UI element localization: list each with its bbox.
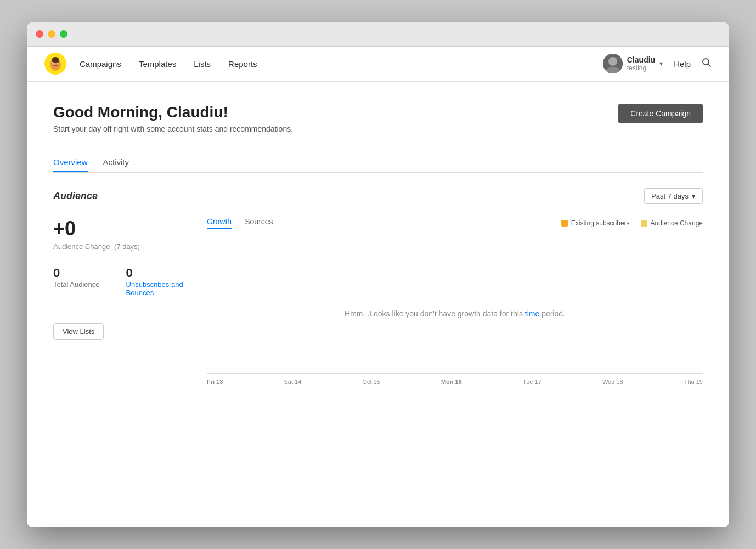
main-content: Good Morning, Claudiu! Start your day of…: [27, 82, 729, 527]
main-tabs: Overview Activity: [53, 153, 703, 173]
tab-activity[interactable]: Activity: [103, 153, 129, 172]
maximize-button[interactable]: [60, 30, 67, 38]
x-label-wed18: Wed 18: [602, 378, 623, 385]
title-bar: [27, 22, 729, 47]
user-role: testing: [627, 64, 655, 72]
app-window: Campaigns Templates Lists Reports Claudi…: [27, 22, 729, 527]
chart-tabs: Growth Sources: [207, 217, 273, 229]
chart-message-link[interactable]: time: [525, 309, 539, 318]
help-link[interactable]: Help: [674, 59, 691, 69]
stats-row: +0 Audience Change (7 days) 0 Total Audi…: [53, 217, 703, 385]
search-icon[interactable]: [702, 58, 712, 70]
page-header: Good Morning, Claudiu! Start your day of…: [53, 104, 703, 133]
x-label-mon16: Mon 16: [441, 378, 462, 385]
legend-existing-subscribers: Existing subscribers: [561, 219, 630, 227]
x-label-sat14: Sat 14: [284, 378, 301, 385]
stats-left: +0 Audience Change (7 days) 0 Total Audi…: [53, 217, 207, 385]
total-audience-number: 0: [53, 266, 100, 280]
svg-line-13: [708, 64, 711, 66]
audience-change-label: Audience Change (7 days): [53, 242, 207, 251]
close-button[interactable]: [36, 30, 43, 38]
bounces-number: 0: [126, 266, 183, 280]
svg-point-8: [52, 57, 59, 61]
total-audience-label: Total Audience: [53, 280, 100, 288]
x-label-tue17: Tue 17: [523, 378, 541, 385]
existing-subscribers-label: Existing subscribers: [571, 219, 630, 227]
user-menu[interactable]: Claudiu testing ▾: [603, 54, 663, 73]
audience-change-legend-label: Audience Change: [651, 219, 703, 227]
nav-campaigns[interactable]: Campaigns: [80, 59, 121, 69]
audience-title: Audience: [53, 190, 98, 202]
minimize-button[interactable]: [48, 30, 55, 38]
x-label-oct15: Oct 15: [362, 378, 380, 385]
nav-lists[interactable]: Lists: [194, 59, 211, 69]
audience-change-days: (7 days): [114, 242, 140, 251]
chart-area: Growth Sources Existing subscribers Audi…: [207, 217, 703, 385]
avatar: [603, 54, 623, 73]
bounces-stat: 0 Unsubscribes and Bounces: [126, 266, 183, 297]
view-lists-button[interactable]: View Lists: [53, 323, 104, 340]
chart-x-axis: Fri 13 Sat 14 Oct 15 Mon 16 Tue 17 Wed 1…: [207, 373, 703, 385]
existing-subscribers-dot: [561, 220, 568, 227]
chevron-down-icon: ▾: [659, 60, 663, 67]
audience-section-header: Audience Past 7 days ▾: [53, 188, 703, 204]
chart-legend: Existing subscribers Audience Change: [561, 219, 703, 227]
chart-message: Hmm...Looks like you don't have growth d…: [345, 309, 565, 318]
navbar: Campaigns Templates Lists Reports Claudi…: [27, 47, 729, 82]
page-subtitle: Start your day off right with some accou…: [53, 124, 293, 133]
page-title: Good Morning, Claudiu!: [53, 104, 293, 121]
tab-sources[interactable]: Sources: [245, 217, 273, 229]
username: Claudiu: [627, 55, 655, 64]
audience-change-number: +0: [53, 217, 207, 240]
total-audience-stat: 0 Total Audience: [53, 266, 100, 297]
period-dropdown[interactable]: Past 7 days ▾: [644, 188, 703, 204]
x-label-fri13: Fri 13: [207, 378, 223, 385]
nav-reports[interactable]: Reports: [228, 59, 257, 69]
traffic-lights: [36, 30, 67, 38]
create-campaign-button[interactable]: Create Campaign: [618, 104, 703, 123]
nav-right: Claudiu testing ▾ Help: [603, 54, 712, 73]
tab-growth[interactable]: Growth: [207, 217, 232, 229]
tab-overview[interactable]: Overview: [53, 153, 88, 172]
nav-templates[interactable]: Templates: [139, 59, 176, 69]
user-info: Claudiu testing: [627, 55, 655, 72]
legend-audience-change: Audience Change: [641, 219, 703, 227]
unsubscribes-label[interactable]: Unsubscribes and Bounces: [126, 280, 183, 297]
nav-links: Campaigns Templates Lists Reports: [80, 59, 603, 69]
logo-icon: [44, 53, 66, 75]
svg-point-10: [608, 57, 617, 66]
x-label-thu19: Thu 19: [684, 378, 703, 385]
chart-placeholder: Hmm...Looks like you don't have growth d…: [207, 242, 703, 385]
audience-change-dot: [641, 220, 647, 227]
period-label: Past 7 days: [651, 192, 689, 200]
chevron-down-icon: ▾: [692, 192, 696, 200]
greeting-block: Good Morning, Claudiu! Start your day of…: [53, 104, 293, 133]
